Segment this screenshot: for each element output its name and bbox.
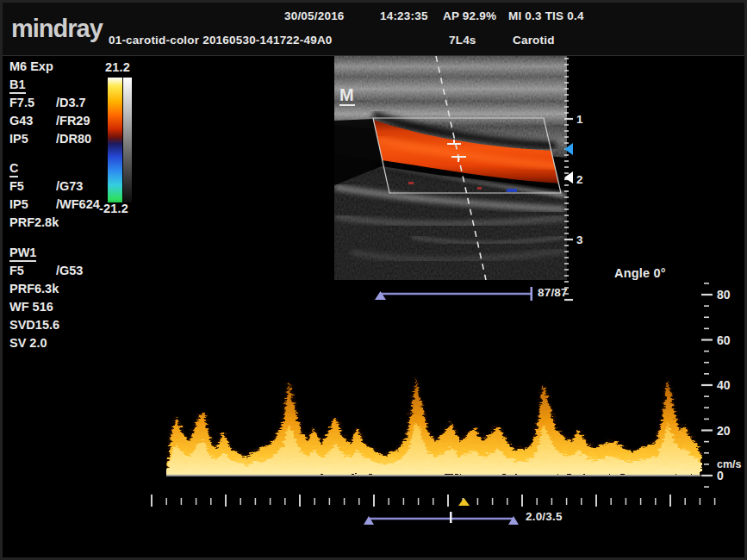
sweep-position-label: 2.0/3.5 [526, 510, 563, 523]
orientation-marker-underline [339, 104, 355, 106]
color-scale-max: 21.2 [105, 60, 130, 74]
depth-ruler: 123 [563, 56, 599, 308]
color-doppler-scale [108, 78, 122, 202]
color-gray-scale-bar [108, 78, 133, 202]
exam-time: 14:23:35 [380, 9, 428, 22]
velocity-tick-label: 0 [717, 469, 724, 482]
top-status-bar: mindray 30/05/2016 14:23:35 AP 92.9% MI … [3, 3, 744, 56]
velocity-tick-label: 60 [717, 333, 731, 347]
focus-position-marker-icon[interactable] [564, 143, 573, 155]
pw-sample-depth: SVD15.6 [9, 316, 147, 334]
cine-frame-counter: 87/87 [538, 286, 568, 299]
exam-id: 01-carotid-color 20160530-141722-49A0 [109, 34, 333, 47]
color-artifact-red [408, 182, 414, 184]
color-scale-min: -21.2 [99, 202, 128, 215]
pw-wall-filter: WF 516 [9, 298, 147, 316]
spectral-waveform [166, 364, 702, 476]
acoustic-power: AP 92.9% [443, 9, 496, 22]
cine-start-marker-icon[interactable] [375, 291, 386, 300]
c-prf-value: PRF2.8k [9, 214, 147, 232]
color-artifact-blue [507, 189, 517, 192]
cine-progress-bar[interactable] [373, 283, 545, 304]
color-artifact-red [477, 187, 482, 190]
probe-name: 7L4s [449, 34, 476, 47]
depth-label: 3 [576, 233, 583, 246]
depth-label: 1 [576, 113, 583, 126]
bmode-color-image: M [334, 56, 567, 280]
sweep-end-marker-icon[interactable] [508, 516, 519, 525]
orientation-marker-m: M [339, 85, 354, 104]
exam-date: 30/05/2016 [284, 9, 345, 22]
mindray-logo: mindray [11, 15, 103, 43]
velocity-unit-label: cm/s [717, 458, 742, 470]
doppler-angle-label: Angle 0° [614, 266, 666, 280]
pw-prf-value: PRF6.3k [9, 280, 147, 298]
sweep-progress-bar[interactable] [363, 510, 523, 526]
velocity-tick-label: 80 [717, 288, 731, 302]
time-marker-icon [458, 498, 470, 506]
spectral-baseline[interactable] [166, 475, 700, 476]
time-ruler [145, 495, 731, 510]
velocity-tick-label: 20 [717, 424, 731, 438]
sweep-position-thumb[interactable] [450, 512, 452, 523]
velocity-axis: 020406080cm/s [696, 277, 747, 494]
depth-label: 2 [576, 173, 583, 186]
cine-position-thumb[interactable] [531, 287, 533, 301]
pw-sample-volume: SV 2.0 [9, 334, 147, 352]
grayscale-bar [123, 78, 132, 202]
pw-param-row: F5/G53 [9, 262, 147, 280]
mi-tis-indices: MI 0.3 TIS 0.4 [508, 9, 584, 22]
velocity-tick-label: 40 [717, 378, 731, 392]
sweep-start-marker-icon[interactable] [364, 516, 374, 525]
exam-preset: Carotid [513, 34, 555, 47]
pw-mode-section-title: PW1 [9, 244, 147, 262]
